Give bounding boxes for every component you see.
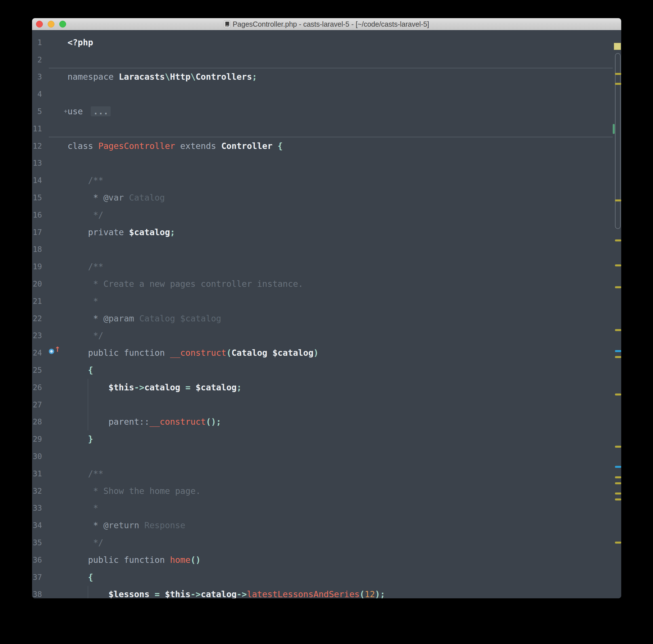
code-text[interactable]: * Show the home page. [68,482,613,500]
line-number[interactable]: 12 [32,142,42,150]
code-text[interactable]: } [68,430,613,448]
folded-code-region[interactable]: ... [91,106,111,116]
warning-stripe-mark[interactable] [615,264,621,266]
warning-stripe-mark[interactable] [615,476,621,478]
code-text[interactable]: private $catalog; [68,223,613,241]
line-number[interactable]: 25 [32,366,42,375]
line-number[interactable]: 33 [32,504,42,512]
line-number[interactable]: 27 [32,400,42,409]
code-text[interactable]: namespace Laracasts\Http\Controllers; [68,68,613,86]
warning-stripe-mark[interactable] [615,498,621,500]
line-number[interactable]: 22 [32,314,42,323]
line-number[interactable]: 29 [32,435,42,444]
line-number[interactable]: 24 [32,349,42,357]
code-line: 18 [32,241,613,258]
override-method-icon[interactable]: ↑ [49,347,60,357]
scrollbar-error-stripe[interactable] [613,42,621,598]
warning-stripe-mark[interactable] [615,83,621,85]
code-text[interactable]: /** [68,172,613,189]
vcs-change-mark[interactable] [613,124,615,134]
warning-stripe-mark[interactable] [615,199,621,201]
code-text[interactable]: public function home() [68,551,613,569]
line-number[interactable]: 23 [32,331,42,340]
line-number[interactable]: 4 [32,90,42,98]
line-number[interactable]: 1 [32,38,42,47]
line-number[interactable]: 31 [32,469,42,478]
code-text[interactable]: <?php [68,34,613,51]
inspection-status-badge[interactable] [614,43,621,50]
warning-stripe-mark[interactable] [615,482,621,484]
code-text[interactable] [68,120,613,137]
code-text[interactable]: */ [68,206,613,223]
code-text[interactable]: parent::__construct(); [68,413,613,431]
line-number[interactable]: 32 [32,486,42,495]
code-text[interactable] [68,241,613,258]
scrollbar-thumb[interactable] [615,53,621,229]
warning-stripe-mark[interactable] [615,73,621,75]
code-text[interactable]: { [68,361,613,379]
code-text[interactable]: * [68,500,613,517]
code-text[interactable]: { [68,569,613,586]
title-bar[interactable]: PHP PagesController.php - casts-laravel-… [32,18,621,30]
line-number[interactable]: 18 [32,245,42,254]
line-number[interactable]: 19 [32,262,42,271]
warning-stripe-mark[interactable] [615,286,621,288]
line-number[interactable]: 13 [32,159,42,167]
warning-stripe-mark[interactable] [615,493,621,495]
code-line: 21 * [32,292,613,310]
code-text[interactable]: use ... [68,103,613,120]
line-number[interactable]: 38 [32,590,42,598]
warning-stripe-mark[interactable] [615,239,621,241]
info-stripe-mark[interactable] [615,466,621,468]
code-text[interactable]: */ [68,534,613,551]
code-text[interactable]: /** [68,258,613,275]
line-number[interactable]: 28 [32,417,42,426]
minimize-button[interactable] [48,21,54,27]
fold-expand-icon[interactable]: + [64,108,68,115]
line-number[interactable]: 14 [32,176,42,185]
screen: PHP PagesController.php - casts-laravel-… [0,0,653,644]
code-text[interactable]: $this->catalog = $catalog; [68,379,613,396]
code-text[interactable]: * [68,292,613,310]
line-number[interactable]: 20 [32,280,42,288]
warning-stripe-mark[interactable] [615,356,621,358]
code-text[interactable]: public function __construct(Catalog $cat… [68,344,613,361]
code-text[interactable] [68,154,613,172]
code-text[interactable] [68,448,613,465]
line-number[interactable]: 37 [32,573,42,581]
gutter [42,396,68,413]
line-number[interactable]: 3 [32,72,42,81]
line-number[interactable]: 15 [32,193,42,202]
line-number[interactable]: 2 [32,55,42,64]
line-number[interactable]: 11 [32,124,42,133]
code-text[interactable] [68,86,613,103]
warning-stripe-mark[interactable] [615,542,621,544]
code-text[interactable]: * @var Catalog [68,189,613,206]
zoom-button[interactable] [59,21,66,27]
code-text[interactable]: /** [68,465,613,482]
code-editor[interactable]: 1<?php23namespace Laracasts\Http\Control… [32,30,621,598]
warning-stripe-mark[interactable] [615,329,621,331]
line-number[interactable]: 17 [32,228,42,237]
window-title: PagesController.php - casts-laravel-5 - … [233,20,429,28]
line-number[interactable]: 5 [32,107,42,116]
line-number[interactable]: 26 [32,383,42,392]
warning-stripe-mark[interactable] [615,446,621,448]
code-text[interactable] [68,396,613,413]
line-number[interactable]: 16 [32,211,42,219]
line-number[interactable]: 35 [32,538,42,547]
code-text[interactable] [68,51,613,68]
code-text[interactable]: $lessons = $this->catalog->latestLessons… [68,586,613,599]
info-stripe-mark[interactable] [615,350,621,352]
code-text[interactable]: */ [68,327,613,344]
line-number[interactable]: 30 [32,452,42,461]
line-number[interactable]: 36 [32,555,42,564]
line-number[interactable]: 21 [32,297,42,306]
code-text[interactable]: class PagesController extends Controller… [68,137,613,154]
code-text[interactable]: * Create a new pages controller instance… [68,275,613,292]
code-text[interactable]: * @param Catalog $catalog [68,310,613,327]
code-text[interactable]: * @return Response [68,517,613,534]
close-button[interactable] [36,21,43,27]
line-number[interactable]: 34 [32,521,42,530]
warning-stripe-mark[interactable] [615,393,621,396]
